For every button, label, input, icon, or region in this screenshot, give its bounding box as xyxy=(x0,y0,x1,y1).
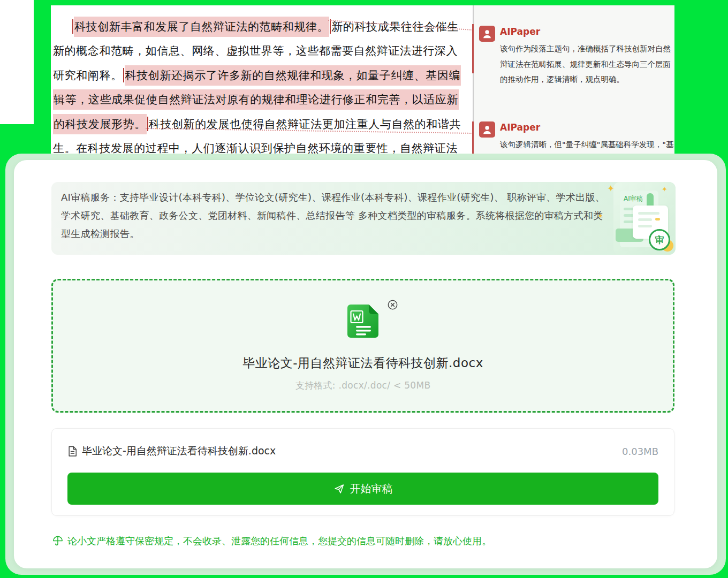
highlighted-sentence: 辑等，这些成果促使自然辩证法对原有的规律和理论进行修正和完善，以适应新 xyxy=(53,89,459,110)
service-description-line: AI审稿服务：支持毕业设计(本科专科)、学位论文(研究生)、课程作业(本科专科)… xyxy=(61,188,605,207)
document-icon xyxy=(67,446,77,457)
review-modal: AI审稿服务：支持毕业设计(本科专科)、学位论文(研究生)、课程作业(本科专科)… xyxy=(14,160,717,568)
person-icon xyxy=(481,124,493,135)
sparkle-icon xyxy=(662,185,668,193)
comment-author: AIPaper xyxy=(500,121,672,133)
screen: 科技创新丰富和发展了自然辩证法的范畴和规律。 新的科技成果往往会催生 新的概念和… xyxy=(0,0,728,578)
comment-text-line: 该句作为段落主题句，准确概括了科技创新对自然 xyxy=(500,41,671,57)
send-icon xyxy=(333,483,345,495)
file-card: 毕业论文-用自然辩证法看待科技创新.docx 0.03MB 开始审稿 xyxy=(51,428,674,516)
file-name: 毕业论文-用自然辩证法看待科技创新.docx xyxy=(82,444,276,458)
sparkle-icon xyxy=(607,183,615,194)
doc-line: 研究和阐释。 科技创新还揭示了许多新的自然规律和现象，如量子纠缠、基因编 xyxy=(53,63,474,88)
highlighted-sentence: 科技创新丰富和发展了自然辩证法的范畴和规律。 xyxy=(74,17,329,37)
umbrella-icon xyxy=(52,536,63,546)
doc-line: 辑等，这些成果促使自然辩证法对原有的规律和理论进行修正和完善，以适应新 xyxy=(53,88,474,112)
sparkle-icon xyxy=(597,212,603,220)
doc-sentence: 新的概念和范畴，如信息、网络、虚拟世界等，这些都需要自然辩证法进行深入 xyxy=(53,43,458,58)
document-text: 科技创新丰富和发展了自然辩证法的范畴和规律。 新的科技成果往往会催生 新的概念和… xyxy=(53,14,474,161)
start-review-button[interactable]: 开始审稿 xyxy=(67,473,658,505)
comment-text: 该句作为段落主题句，准确概括了科技创新对自然 辩证法在范畴拓展、规律更新和生态导… xyxy=(500,41,671,87)
comment-anchor-mark xyxy=(123,68,124,82)
uploaded-file-preview xyxy=(347,305,378,338)
highlighted-sentence: 科技创新还揭示了许多新的自然规律和现象，如量子纠缠、基因编 xyxy=(125,65,461,86)
comment-text-line: 辩证法在范畴拓展、规律更新和生态导向三个层面 xyxy=(500,57,671,72)
comment-text-line: 该句逻辑清晰，但"量子纠缠"属基础科学发现，"基 xyxy=(500,137,672,153)
comment-anchor-mark xyxy=(147,117,148,131)
comment-body: AIPaper 该句作为段落主题句，准确概括了科技创新对自然 辩证法在范畴拓展、… xyxy=(500,26,671,87)
comment-anchor-mark xyxy=(330,19,331,34)
uploaded-filename: 毕业论文-用自然辩证法看待科技创新.docx xyxy=(53,355,673,371)
reviewer-avatar xyxy=(479,26,495,42)
doc-line: 新的概念和范畴，如信息、网络、虚拟世界等，这些都需要自然辩证法进行深入 xyxy=(53,39,474,64)
reviewer-avatar xyxy=(479,121,495,138)
stamp-character: 审 xyxy=(649,229,670,250)
service-banner: AI审稿服务：支持毕业设计(本科专科)、学位论文(研究生)、课程作业(本科专科)… xyxy=(51,182,676,255)
doc-line: 科技创新丰富和发展了自然辩证法的范畴和规律。 新的科技成果往往会催生 xyxy=(53,14,474,39)
review-stamp: 审 xyxy=(649,229,673,253)
ai-comment[interactable]: AIPaper 该句逻辑清晰，但"量子纠缠"属基础科学发现，"基 xyxy=(479,121,672,153)
service-description-line: 学术研究、基础教育、政务公文、党团材料、新闻稿件、总结报告等 多种文档类型的审稿… xyxy=(61,207,605,225)
review-modal-frame: AI审稿服务：支持毕业设计(本科专科)、学位论文(研究生)、课程作业(本科专科)… xyxy=(5,154,726,575)
page-corner-block xyxy=(0,0,34,124)
format-hint: 支持格式: .docx/.doc/ < 50MB xyxy=(53,379,673,392)
highlighted-sentence: 的科技发展形势。 xyxy=(53,114,147,134)
comment-body: AIPaper 该句逻辑清晰，但"量子纠缠"属基础科学发现，"基 xyxy=(500,121,672,153)
comment-text: 该句逻辑清晰，但"量子纠缠"属基础科学发现，"基 xyxy=(500,137,672,153)
service-description-line: 型生成检测报告。 xyxy=(61,225,605,243)
file-row: 毕业论文-用自然辩证法看待科技创新.docx 0.03MB xyxy=(67,443,658,460)
file-size: 0.03MB xyxy=(622,446,658,457)
comment-anchor-mark xyxy=(72,19,73,34)
comment-author: AIPaper xyxy=(500,26,671,37)
person-icon xyxy=(481,28,493,40)
ai-comment[interactable]: AIPaper 该句作为段落主题句，准确概括了科技创新对自然 辩证法在范畴拓展、… xyxy=(479,26,672,87)
doc-sentence: 研究和阐释。 xyxy=(53,68,123,83)
comment-text-line: 的推动作用，逻辑清晰，观点明确。 xyxy=(500,72,671,87)
start-review-label: 开始审稿 xyxy=(350,482,393,496)
upload-dropzone[interactable]: 毕业论文-用自然辩证法看待科技创新.docx 支持格式: .docx/.doc/… xyxy=(51,279,674,413)
privacy-text: 论小文严格遵守保密规定，不会收录、泄露您的任何信息，您提交的信息可随时删除，请放… xyxy=(67,535,491,547)
privacy-note: 论小文严格遵守保密规定，不会收录、泄露您的任何信息，您提交的信息可随时删除，请放… xyxy=(52,535,491,547)
close-icon xyxy=(388,300,398,310)
service-description: AI审稿服务：支持毕业设计(本科专科)、学位论文(研究生)、课程作业(本科专科)… xyxy=(61,188,605,243)
remove-file-button[interactable] xyxy=(388,300,398,310)
word-file-icon xyxy=(347,305,378,338)
illustration-label: AI审稿 xyxy=(624,194,643,203)
